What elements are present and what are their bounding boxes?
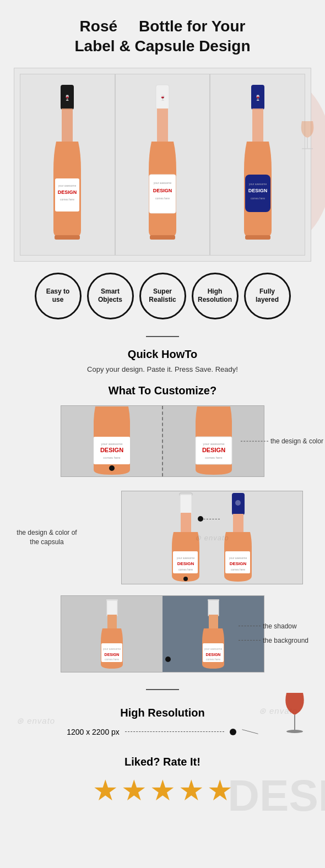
bottle-svg-2: your awesome DESIGN comes here 🍷: [135, 82, 190, 247]
quick-howto-heading: Quick HowTo: [11, 348, 314, 361]
high-res-section: ⊛ envato ⊛ envato High Resolution 1200 x…: [0, 696, 325, 747]
divider-2: [146, 689, 179, 690]
svg-text:DESIGN: DESIGN: [58, 189, 77, 195]
svg-text:your awesome: your awesome: [58, 184, 77, 187]
capsula-bottle-1: your awesome DESIGN comes here: [160, 492, 212, 583]
resolution-dashes: [125, 731, 224, 732]
svg-text:your awesome: your awesome: [248, 182, 267, 186]
svg-text:comes here: comes here: [155, 197, 170, 200]
svg-text:DESIGN: DESIGN: [100, 447, 123, 453]
bottle-showcase: ⊛ envato your awesome DESIGN comes here: [14, 68, 311, 262]
annotation-line-label: [241, 441, 268, 441]
wine-glass-deco: [296, 118, 318, 159]
svg-text:DESIGN: DESIGN: [230, 561, 247, 566]
svg-rect-59: [209, 615, 218, 628]
badge-smart-objects: Smart Objects: [87, 273, 134, 319]
shadow-annotation-text: the shadow: [263, 622, 296, 630]
label-annotation-container: the design & color of the label: [241, 436, 325, 446]
svg-rect-17: [252, 109, 263, 142]
bg-text-deco: DESI: [228, 774, 325, 818]
svg-point-30: [109, 465, 115, 471]
resolution-row: 1200 x 2200 px: [11, 728, 314, 736]
shadow-bottle-dark: your awesome DESIGN comes here: [193, 598, 234, 670]
bottle-cell-2: your awesome DESIGN comes here 🍷: [115, 74, 210, 256]
needle-line: [242, 729, 258, 734]
capsula-demo-block: the design & color of the capsula ⊛ enva…: [11, 491, 314, 584]
svg-rect-9: [157, 109, 168, 142]
svg-text:comes here: comes here: [103, 456, 121, 459]
svg-text:DESIGN: DESIGN: [104, 653, 119, 657]
svg-rect-37: [181, 513, 191, 532]
page-header: Rosé Bottle for Your Label & Capsule Des…: [0, 0, 325, 68]
star-4: ★: [178, 774, 204, 807]
svg-rect-23: [245, 235, 270, 240]
svg-rect-52: [107, 615, 117, 628]
svg-text:your awesome: your awesome: [204, 647, 222, 650]
bottle-svg-1: your awesome DESIGN comes here 🍷: [40, 82, 95, 247]
shadow-bottle-light: your awesome DESIGN comes here: [91, 598, 133, 670]
rating-heading: Liked? Rate It!: [11, 756, 314, 768]
svg-point-42: [183, 577, 188, 581]
label-demo-block: ⊛ envato your awesome DESIGN comes here …: [11, 405, 314, 477]
star-1: ★: [93, 774, 118, 807]
bottle-label-right: your awesome DESIGN comes here: [189, 406, 239, 475]
capsula-annotation-text: the design & color of the capsula: [14, 528, 80, 547]
svg-text:your awesome: your awesome: [101, 442, 123, 446]
bottle-cell-3: your awesome DESIGN comes here 🍷: [210, 74, 305, 256]
svg-text:DESIGN: DESIGN: [202, 447, 225, 453]
shadow-bg-demo: ⊛ envato your awesome DESIGN comes here: [61, 595, 264, 672]
badge-high-resolution: High Resolution: [192, 273, 239, 319]
svg-text:comes here: comes here: [60, 198, 74, 201]
bottle-label-left: your awesome DESIGN comes here: [87, 406, 137, 475]
svg-text:your awesome: your awesome: [102, 647, 121, 650]
svg-text:DESIGN: DESIGN: [177, 561, 194, 566]
capsula-dot: [198, 516, 203, 522]
high-res-heading: High Resolution: [11, 707, 314, 719]
svg-rect-7: [55, 235, 80, 240]
shadow-line: [239, 626, 261, 626]
wine-glass-decoration: [278, 690, 311, 742]
svg-text:comes here: comes here: [251, 197, 265, 200]
svg-rect-1: [62, 109, 73, 142]
svg-text:DESIGN: DESIGN: [205, 653, 220, 657]
background-annotation: the background: [239, 637, 308, 644]
svg-rect-10: [149, 175, 176, 213]
star-2: ★: [121, 774, 147, 807]
svg-text:🍷: 🍷: [64, 94, 71, 101]
bottle-svg-3: your awesome DESIGN comes here 🍷: [230, 82, 285, 247]
svg-text:DESIGN: DESIGN: [248, 188, 267, 193]
svg-rect-15: [150, 235, 175, 240]
background-line: [239, 640, 261, 641]
svg-rect-58: [208, 600, 219, 616]
svg-rect-2: [55, 178, 79, 211]
features-row: Easy to use Smart Objects Super Realisti…: [0, 262, 325, 330]
svg-text:your awesome: your awesome: [154, 181, 172, 185]
shadow-bg-demo-block: ⊛ envato your awesome DESIGN comes here: [11, 595, 314, 672]
svg-rect-36: [180, 495, 192, 514]
svg-text:comes here: comes here: [231, 568, 245, 571]
quick-howto-description: Copy your design. Paste it. Press Save. …: [11, 365, 314, 373]
svg-text:comes here: comes here: [205, 456, 223, 459]
svg-text:🍷: 🍷: [159, 94, 166, 101]
svg-text:your awesome: your awesome: [229, 556, 247, 560]
badge-fully-layered: Fully layered: [244, 273, 291, 319]
svg-text:DESIGN: DESIGN: [153, 188, 172, 193]
svg-text:comes here: comes here: [104, 658, 118, 661]
divider-1: [146, 336, 179, 337]
resolution-dot: [230, 729, 236, 735]
svg-rect-18: [245, 175, 270, 212]
shadow-annotation: the shadow: [239, 622, 296, 630]
bottle-cell-1: your awesome DESIGN comes here 🍷: [20, 74, 115, 256]
svg-text:your awesome: your awesome: [177, 556, 195, 560]
customize-section: What To Customize? ⊛ envato your awesome…: [0, 379, 325, 683]
quick-howto-section: Quick HowTo Copy your design. Paste it. …: [0, 343, 325, 379]
customize-heading: What To Customize?: [11, 384, 314, 397]
label-annotation-text: the design & color of the label: [270, 436, 325, 446]
star-3: ★: [150, 774, 176, 807]
badge-super-realistic: Super Realistic: [139, 273, 186, 319]
capsula-bottle-2: your awesome DESIGN comes here: [212, 492, 264, 583]
svg-text:comes here: comes here: [178, 568, 193, 571]
bg-dot: [165, 657, 171, 662]
page-title: Rosé Bottle for Your Label & Capsule Des…: [11, 17, 314, 57]
svg-text:comes here: comes here: [205, 658, 220, 661]
